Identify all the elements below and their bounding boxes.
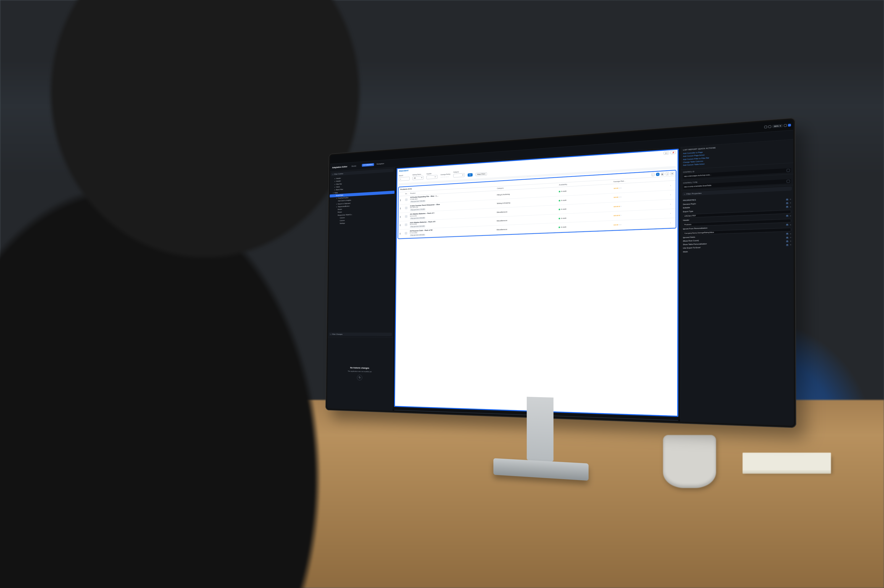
app-screen: 66% ▾ Adaptation Editor Mode: UI Adaptat… — [327, 120, 794, 426]
mode-tabs: UI Adaptation Navigation — [362, 162, 386, 167]
variant-title[interactable]: Standard — [399, 169, 408, 172]
row-radio[interactable] — [400, 216, 401, 218]
image-icon — [405, 198, 408, 201]
filter-editing-status-select[interactable]: All ▾ — [413, 176, 423, 180]
filter-editing-status: Editing Status All ▾ — [413, 173, 423, 180]
remove-icon[interactable]: × — [790, 214, 791, 217]
mic-icon[interactable] — [768, 125, 771, 128]
remove-icon[interactable]: × — [790, 232, 791, 235]
desk-books — [743, 453, 831, 470]
settings-icon[interactable]: ⚙ — [670, 172, 674, 175]
chevron-down-icon: ▾ — [462, 174, 463, 176]
search-icon: ⌕ — [332, 173, 333, 175]
view-list-icon[interactable]: ☰ — [656, 172, 659, 176]
row-radio[interactable] — [400, 207, 401, 210]
remove-icon[interactable]: × — [790, 202, 791, 204]
image-icon — [405, 232, 407, 234]
remove-icon[interactable]: × — [790, 224, 791, 226]
chevron-down-icon: ▾ — [780, 124, 781, 127]
image-icon — [405, 215, 407, 218]
monitor: 66% ▾ Adaptation Editor Mode: UI Adaptat… — [327, 153, 743, 500]
settings-icon[interactable] — [784, 124, 787, 126]
row-radio[interactable] — [400, 224, 401, 226]
filter-search-label: Search — [399, 174, 410, 177]
zoom-label: 66% — [774, 124, 779, 128]
outline-tree[interactable]: ▸Header▸Header▸Filter Bar▸Views▸Basic Fi… — [328, 172, 395, 333]
remove-icon[interactable]: × — [790, 244, 791, 246]
mode-tab-adaptation[interactable]: UI Adaptation — [362, 163, 374, 167]
restore-icon[interactable]: ↻ — [357, 375, 362, 380]
changes-panel: No historic changes This application was… — [327, 337, 393, 411]
filter-avg-rating: Average Rating ☆☆☆☆☆ — [440, 173, 450, 178]
go-button[interactable]: Go — [467, 173, 473, 177]
filter-supplier-input[interactable]: ▭ — [426, 175, 438, 179]
changes-filter-placeholder: Filter Changes — [332, 333, 342, 335]
row-radio[interactable] — [400, 232, 400, 235]
zoom-indicator[interactable]: 66% ▾ — [772, 124, 783, 128]
copy-icon[interactable] — [786, 168, 790, 171]
view-grid-icon[interactable]: ▦ — [661, 172, 664, 176]
col-image[interactable]: Ima… — [405, 192, 409, 195]
value-help-icon: ▭ — [435, 176, 436, 178]
remove-icon[interactable]: × — [790, 240, 791, 243]
mode-tab-navigation[interactable]: Navigation — [375, 162, 386, 166]
changes-subtitle: This application was not modified yet — [330, 370, 390, 373]
export-icon[interactable]: ⤓ — [665, 172, 669, 176]
search-icon: ⌕ — [400, 178, 401, 180]
mode-prefix: Mode: — [351, 164, 357, 167]
chevron-right-icon: › — [670, 212, 674, 214]
search-icon[interactable]: ⌕ — [651, 173, 654, 176]
search-icon: ⌕ — [684, 192, 685, 195]
chevron-right-icon: › — [670, 203, 674, 205]
image-icon — [405, 207, 407, 209]
filter-supplier: Supplier ▭ — [426, 172, 438, 179]
pin-icon[interactable]: 📌 — [670, 150, 676, 154]
theme-toggle-icon[interactable] — [788, 123, 791, 126]
chevron-down-icon: ▾ — [421, 177, 422, 179]
chevron-right-icon: › — [670, 194, 674, 196]
table-count: Products (111) — [400, 188, 412, 190]
rating-input[interactable]: ☆☆☆☆☆ — [440, 176, 450, 178]
search-icon: ⌕ — [330, 333, 331, 335]
changes-filter[interactable]: ⌕ Filter Changes — [329, 333, 392, 336]
monitor-stand — [494, 396, 588, 507]
remove-icon[interactable]: × — [790, 206, 791, 208]
copy-icon[interactable] — [786, 179, 790, 182]
properties-panel: LIST REPORT QUICK ACTIONS Add Controller… — [680, 139, 794, 426]
filter-search-input[interactable]: ⌕ — [399, 177, 410, 181]
app-title: Adaptation Editor — [332, 165, 347, 169]
row-radio[interactable] — [400, 199, 401, 201]
filter-category-input[interactable]: ▾ — [453, 173, 465, 178]
filter-search: Search ⌕ — [399, 174, 410, 181]
preview-canvas[interactable]: Standard [–] 📌 Search — [394, 148, 678, 416]
changes-title: No historic changes — [330, 366, 390, 370]
chevron-right-icon: › — [670, 222, 674, 224]
chevron-right-icon: › — [670, 184, 674, 186]
remove-icon[interactable]: × — [790, 236, 791, 238]
remove-icon[interactable]: × — [790, 198, 791, 201]
outline-panel: ⌕ Filter Outline ▸Header▸Header▸Filter B… — [327, 167, 395, 411]
preview-panel: Standard [–] 📌 Search — [393, 147, 681, 421]
search-icon[interactable] — [764, 125, 767, 128]
image-icon — [405, 224, 407, 226]
outline-filter-placeholder: Filter Outline — [334, 172, 343, 175]
filter-category: Category ▾ — [453, 170, 465, 178]
collapse-header-icon[interactable]: [–] — [663, 151, 669, 155]
adapt-filters-button[interactable]: Adapt Filters — [476, 172, 487, 176]
